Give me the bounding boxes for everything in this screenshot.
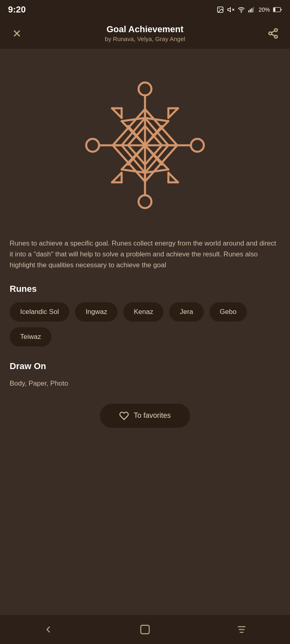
rune-tag-jera[interactable]: Jera (169, 302, 203, 322)
main-content: Runes to achieve a specific goal. Runes … (0, 49, 290, 444)
battery-label: 20% (259, 6, 270, 13)
svg-line-17 (271, 34, 275, 36)
nav-home-button[interactable] (133, 617, 157, 642)
svg-line-40 (168, 173, 178, 182)
svg-line-28 (168, 108, 178, 118)
rune-tag-kenaz[interactable]: Kenaz (123, 302, 164, 322)
svg-rect-6 (249, 10, 249, 12)
svg-line-18 (271, 31, 275, 33)
svg-point-22 (191, 139, 204, 152)
home-icon (139, 624, 151, 635)
description-text: Runes to achieve a specific goal. Runes … (10, 238, 280, 271)
svg-marker-2 (228, 8, 230, 12)
close-button[interactable] (8, 25, 26, 42)
svg-point-20 (139, 195, 151, 208)
rune-tag-ingwaz[interactable]: Ingwaz (75, 302, 118, 322)
rune-tag-icelandic-sol[interactable]: Icelandic Sol (10, 302, 69, 322)
svg-rect-11 (274, 8, 276, 12)
svg-point-5 (241, 12, 242, 12)
svg-point-14 (275, 29, 278, 31)
svg-point-19 (139, 83, 151, 95)
svg-line-36 (112, 173, 122, 182)
svg-point-15 (269, 32, 272, 35)
favorites-button[interactable]: To favorites (100, 404, 190, 428)
header: Goal Achievement by Runava, Velya, Gray … (0, 19, 290, 49)
page-subtitle: by Runava, Velya, Gray Angel (26, 35, 264, 42)
svg-point-21 (86, 139, 99, 152)
svg-point-1 (219, 8, 220, 9)
svg-rect-9 (253, 7, 254, 12)
rune-symbol (77, 65, 213, 226)
svg-point-16 (275, 35, 278, 38)
nav-back-button[interactable] (36, 617, 60, 642)
draw-on-heading: Draw On (10, 361, 280, 372)
page-title: Goal Achievement (26, 24, 264, 35)
bottom-nav (0, 615, 290, 644)
favorites-btn-container: To favorites (10, 404, 280, 428)
svg-rect-8 (251, 8, 252, 12)
nav-recent-button[interactable] (230, 617, 254, 642)
runes-list: Icelandic Sol Ingwaz Kenaz Jera Gebo Tei… (10, 302, 280, 347)
recent-icon (236, 624, 247, 635)
share-button[interactable] (264, 25, 282, 42)
rune-tag-gebo[interactable]: Gebo (209, 302, 247, 322)
status-bar: 9:20 20% (0, 0, 290, 19)
header-title-block: Goal Achievement by Runava, Velya, Gray … (26, 24, 264, 42)
svg-rect-52 (141, 625, 149, 634)
status-time: 9:20 (8, 4, 26, 15)
back-icon (43, 624, 54, 635)
rune-tag-teiwaz[interactable]: Teiwaz (10, 327, 52, 347)
favorites-label: To favorites (134, 411, 171, 420)
status-icons: 20% (217, 6, 282, 13)
svg-line-32 (112, 108, 122, 118)
svg-rect-7 (250, 9, 251, 12)
runes-heading: Runes (10, 284, 280, 294)
symbol-container (10, 49, 280, 238)
heart-icon (119, 411, 129, 421)
draw-on-value: Body, Paper, Photo (10, 380, 280, 388)
